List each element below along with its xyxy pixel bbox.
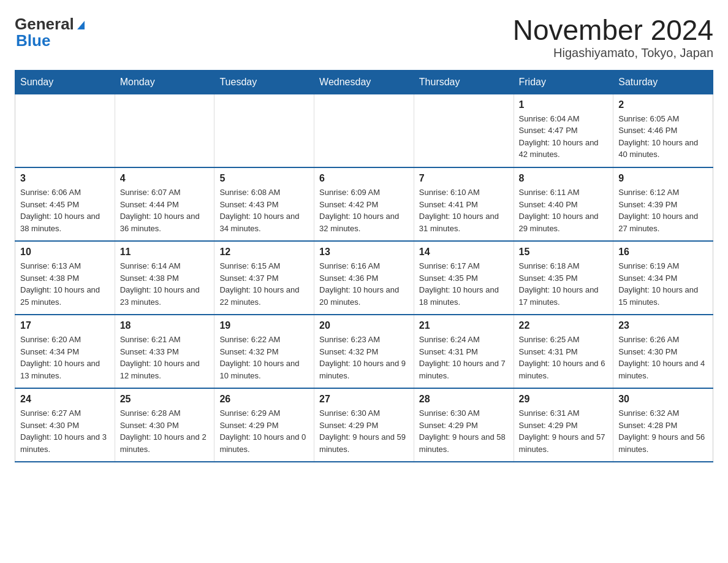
day-info: Sunrise: 6:04 AM Sunset: 4:47 PM Dayligh… xyxy=(519,113,609,161)
weekday-header: Saturday xyxy=(613,70,713,94)
day-info: Sunrise: 6:22 AM Sunset: 4:32 PM Dayligh… xyxy=(219,334,309,381)
day-number: 7 xyxy=(419,173,509,184)
calendar-cell: 3Sunrise: 6:06 AM Sunset: 4:45 PM Daylig… xyxy=(15,167,115,241)
calendar-cell xyxy=(115,94,214,167)
calendar-cell: 13Sunrise: 6:16 AM Sunset: 4:36 PM Dayli… xyxy=(314,241,414,315)
day-info: Sunrise: 6:27 AM Sunset: 4:30 PM Dayligh… xyxy=(20,407,110,455)
day-info: Sunrise: 6:12 AM Sunset: 4:39 PM Dayligh… xyxy=(618,186,708,234)
calendar-cell: 19Sunrise: 6:22 AM Sunset: 4:32 PM Dayli… xyxy=(214,315,314,388)
calendar-cell: 25Sunrise: 6:28 AM Sunset: 4:30 PM Dayli… xyxy=(115,388,214,462)
weekday-header: Monday xyxy=(115,70,214,94)
logo-blue: Blue xyxy=(15,31,50,50)
calendar-cell: 26Sunrise: 6:29 AM Sunset: 4:29 PM Dayli… xyxy=(214,388,314,462)
calendar-cell: 30Sunrise: 6:32 AM Sunset: 4:28 PM Dayli… xyxy=(613,388,713,462)
calendar-cell: 8Sunrise: 6:11 AM Sunset: 4:40 PM Daylig… xyxy=(514,167,613,241)
day-info: Sunrise: 6:09 AM Sunset: 4:42 PM Dayligh… xyxy=(319,186,409,234)
calendar-cell: 18Sunrise: 6:21 AM Sunset: 4:33 PM Dayli… xyxy=(115,315,214,388)
weekday-header: Tuesday xyxy=(214,70,314,94)
day-info: Sunrise: 6:05 AM Sunset: 4:46 PM Dayligh… xyxy=(618,113,708,161)
day-number: 25 xyxy=(120,394,210,405)
calendar-cell: 16Sunrise: 6:19 AM Sunset: 4:34 PM Dayli… xyxy=(613,241,713,315)
svg-marker-0 xyxy=(77,21,85,29)
day-number: 9 xyxy=(618,173,708,184)
calendar-cell: 23Sunrise: 6:26 AM Sunset: 4:30 PM Dayli… xyxy=(613,315,713,388)
day-info: Sunrise: 6:18 AM Sunset: 4:35 PM Dayligh… xyxy=(519,260,609,308)
calendar-cell xyxy=(414,94,514,167)
day-number: 28 xyxy=(419,394,509,405)
calendar-cell: 21Sunrise: 6:24 AM Sunset: 4:31 PM Dayli… xyxy=(414,315,514,388)
weekday-header: Friday xyxy=(514,70,613,94)
day-info: Sunrise: 6:29 AM Sunset: 4:29 PM Dayligh… xyxy=(219,407,309,455)
calendar-week-row: 17Sunrise: 6:20 AM Sunset: 4:34 PM Dayli… xyxy=(15,315,713,388)
day-number: 3 xyxy=(20,173,110,184)
day-info: Sunrise: 6:28 AM Sunset: 4:30 PM Dayligh… xyxy=(120,407,210,455)
day-number: 20 xyxy=(319,320,409,331)
logo-triangle-icon xyxy=(75,18,87,31)
calendar-week-row: 10Sunrise: 6:13 AM Sunset: 4:38 PM Dayli… xyxy=(15,241,713,315)
calendar-subtitle: Higashiyamato, Tokyo, Japan xyxy=(513,46,713,60)
day-number: 2 xyxy=(618,99,708,110)
calendar-cell: 10Sunrise: 6:13 AM Sunset: 4:38 PM Dayli… xyxy=(15,241,115,315)
day-info: Sunrise: 6:23 AM Sunset: 4:32 PM Dayligh… xyxy=(319,334,409,381)
calendar-cell xyxy=(314,94,414,167)
calendar-cell: 29Sunrise: 6:31 AM Sunset: 4:29 PM Dayli… xyxy=(514,388,613,462)
calendar-cell: 17Sunrise: 6:20 AM Sunset: 4:34 PM Dayli… xyxy=(15,315,115,388)
day-number: 4 xyxy=(120,173,210,184)
calendar-cell: 15Sunrise: 6:18 AM Sunset: 4:35 PM Dayli… xyxy=(514,241,613,315)
calendar-cell: 4Sunrise: 6:07 AM Sunset: 4:44 PM Daylig… xyxy=(115,167,214,241)
day-info: Sunrise: 6:07 AM Sunset: 4:44 PM Dayligh… xyxy=(120,186,210,234)
day-info: Sunrise: 6:32 AM Sunset: 4:28 PM Dayligh… xyxy=(618,407,708,455)
day-info: Sunrise: 6:30 AM Sunset: 4:29 PM Dayligh… xyxy=(319,407,409,455)
calendar-cell: 22Sunrise: 6:25 AM Sunset: 4:31 PM Dayli… xyxy=(514,315,613,388)
day-number: 5 xyxy=(219,173,309,184)
day-number: 29 xyxy=(519,394,609,405)
calendar-cell: 6Sunrise: 6:09 AM Sunset: 4:42 PM Daylig… xyxy=(314,167,414,241)
day-info: Sunrise: 6:11 AM Sunset: 4:40 PM Dayligh… xyxy=(519,186,609,234)
day-info: Sunrise: 6:13 AM Sunset: 4:38 PM Dayligh… xyxy=(20,260,110,308)
day-info: Sunrise: 6:31 AM Sunset: 4:29 PM Dayligh… xyxy=(519,407,609,455)
calendar-week-row: 1Sunrise: 6:04 AM Sunset: 4:47 PM Daylig… xyxy=(15,94,713,167)
day-info: Sunrise: 6:26 AM Sunset: 4:30 PM Dayligh… xyxy=(618,334,708,381)
calendar-cell xyxy=(214,94,314,167)
day-info: Sunrise: 6:24 AM Sunset: 4:31 PM Dayligh… xyxy=(419,334,509,381)
calendar-cell: 9Sunrise: 6:12 AM Sunset: 4:39 PM Daylig… xyxy=(613,167,713,241)
day-info: Sunrise: 6:15 AM Sunset: 4:37 PM Dayligh… xyxy=(219,260,309,308)
day-number: 23 xyxy=(618,320,708,331)
calendar-cell: 2Sunrise: 6:05 AM Sunset: 4:46 PM Daylig… xyxy=(613,94,713,167)
day-info: Sunrise: 6:08 AM Sunset: 4:43 PM Dayligh… xyxy=(219,186,309,234)
day-info: Sunrise: 6:16 AM Sunset: 4:36 PM Dayligh… xyxy=(319,260,409,308)
day-number: 11 xyxy=(120,247,210,258)
day-number: 16 xyxy=(618,247,708,258)
calendar-cell: 11Sunrise: 6:14 AM Sunset: 4:38 PM Dayli… xyxy=(115,241,214,315)
day-info: Sunrise: 6:25 AM Sunset: 4:31 PM Dayligh… xyxy=(519,334,609,381)
day-info: Sunrise: 6:20 AM Sunset: 4:34 PM Dayligh… xyxy=(20,334,110,381)
day-info: Sunrise: 6:14 AM Sunset: 4:38 PM Dayligh… xyxy=(120,260,210,308)
day-number: 15 xyxy=(519,247,609,258)
day-info: Sunrise: 6:30 AM Sunset: 4:29 PM Dayligh… xyxy=(419,407,509,455)
day-number: 27 xyxy=(319,394,409,405)
day-info: Sunrise: 6:06 AM Sunset: 4:45 PM Dayligh… xyxy=(20,186,110,234)
day-number: 30 xyxy=(618,394,708,405)
calendar-cell xyxy=(15,94,115,167)
logo: General Blue xyxy=(15,15,88,50)
day-number: 19 xyxy=(219,320,309,331)
day-number: 17 xyxy=(20,320,110,331)
day-number: 1 xyxy=(519,99,609,110)
day-info: Sunrise: 6:17 AM Sunset: 4:35 PM Dayligh… xyxy=(419,260,509,308)
calendar-cell: 12Sunrise: 6:15 AM Sunset: 4:37 PM Dayli… xyxy=(214,241,314,315)
day-number: 14 xyxy=(419,247,509,258)
calendar-cell: 28Sunrise: 6:30 AM Sunset: 4:29 PM Dayli… xyxy=(414,388,514,462)
calendar-cell: 5Sunrise: 6:08 AM Sunset: 4:43 PM Daylig… xyxy=(214,167,314,241)
calendar-cell: 7Sunrise: 6:10 AM Sunset: 4:41 PM Daylig… xyxy=(414,167,514,241)
calendar-week-row: 3Sunrise: 6:06 AM Sunset: 4:45 PM Daylig… xyxy=(15,167,713,241)
calendar-cell: 20Sunrise: 6:23 AM Sunset: 4:32 PM Dayli… xyxy=(314,315,414,388)
calendar-cell: 24Sunrise: 6:27 AM Sunset: 4:30 PM Dayli… xyxy=(15,388,115,462)
day-info: Sunrise: 6:10 AM Sunset: 4:41 PM Dayligh… xyxy=(419,186,509,234)
weekday-header: Thursday xyxy=(414,70,514,94)
day-number: 26 xyxy=(219,394,309,405)
weekday-header: Wednesday xyxy=(314,70,414,94)
day-info: Sunrise: 6:21 AM Sunset: 4:33 PM Dayligh… xyxy=(120,334,210,381)
day-number: 24 xyxy=(20,394,110,405)
page-header: General Blue November 2024 Higashiyamato… xyxy=(15,15,713,60)
calendar-header-row: SundayMondayTuesdayWednesdayThursdayFrid… xyxy=(15,70,713,94)
